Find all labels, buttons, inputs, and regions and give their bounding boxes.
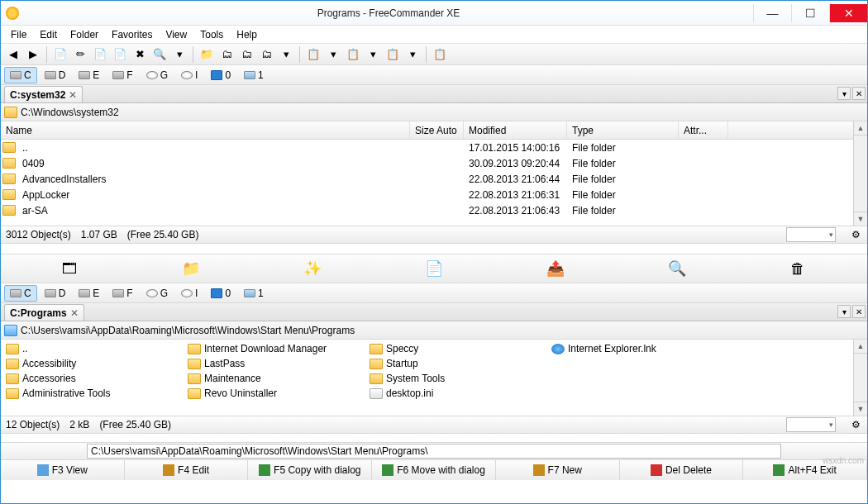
action-button-0[interactable]: 🗔 — [58, 257, 81, 280]
drive-C[interactable]: C — [4, 285, 37, 302]
table-row[interactable]: AppLocker22.08.2013 21:06:31File folder — [1, 187, 853, 202]
drive-D[interactable]: D — [39, 67, 72, 83]
tab-close-icon[interactable]: ✕ — [70, 307, 79, 319]
tab-close-all-button[interactable]: ✕ — [852, 305, 866, 318]
toolbar-button-13[interactable]: 🗂 — [237, 45, 255, 64]
list-item[interactable]: Internet Explorer.lnk — [551, 341, 733, 356]
file-list-top[interactable]: ..17.01.2015 14:00:16File folder040930.0… — [1, 140, 853, 222]
list-item[interactable]: Internet Download Manager — [188, 341, 370, 356]
list-item[interactable]: desktop.ini — [370, 386, 551, 401]
list-item[interactable]: Startup — [370, 356, 551, 371]
toolbar-button-22[interactable]: ▾ — [403, 45, 422, 64]
action-button-6[interactable]: 🗑 — [786, 257, 809, 280]
fkey-f7[interactable]: F7 New — [496, 460, 620, 480]
action-button-2[interactable]: ✨ — [301, 257, 324, 280]
toolbar-button-7[interactable]: ✖ — [131, 45, 149, 64]
list-item[interactable]: Administrative Tools — [6, 386, 188, 401]
scroll-up-icon[interactable]: ▲ — [854, 340, 867, 354]
close-button[interactable] — [829, 4, 867, 22]
toolbar-button-11[interactable]: 📁 — [198, 45, 216, 64]
menu-view[interactable]: View — [159, 27, 193, 42]
address-input[interactable] — [87, 444, 781, 459]
path-bar-bottom[interactable]: C:\Users\vamsi\AppData\Roaming\Microsoft… — [1, 321, 867, 340]
toolbar-button-20[interactable]: ▾ — [364, 45, 382, 64]
toolbar-button-19[interactable]: 📋 — [344, 45, 362, 64]
scroll-down-icon[interactable]: ▼ — [854, 212, 867, 226]
toolbar-button-4[interactable]: ✏ — [71, 45, 89, 64]
table-row[interactable]: AdvancedInstallers22.08.2013 21:06:44Fil… — [1, 171, 853, 187]
toolbar-button-18[interactable]: ▾ — [324, 45, 342, 64]
drive-F[interactable]: F — [107, 67, 138, 83]
column-name[interactable]: Name — [1, 121, 410, 139]
toolbar-button-15[interactable]: ▾ — [277, 45, 295, 64]
toolbar-button-3[interactable]: 📄 — [51, 45, 69, 64]
column-attr-[interactable]: Attr... — [679, 121, 728, 139]
drive-1[interactable]: 1 — [238, 67, 269, 83]
path-bar-top[interactable]: C:\Windows\system32 — [1, 103, 867, 121]
list-item[interactable]: Revo Uninstaller — [188, 386, 370, 401]
scroll-up-icon[interactable]: ▲ — [854, 121, 867, 136]
column-modified[interactable]: Modified — [464, 121, 567, 139]
fkey-f6[interactable]: F6 Move with dialog — [372, 460, 496, 480]
column-size-auto[interactable]: Size Auto — [410, 121, 464, 139]
settings-icon[interactable]: ⚙ — [849, 228, 862, 241]
toolbar-button-24[interactable]: 📋 — [431, 45, 449, 64]
scroll-down-icon[interactable]: ▼ — [854, 402, 867, 416]
scrollbar-top[interactable]: ▲ ▼ — [853, 121, 867, 226]
list-item[interactable]: Accessibility — [6, 356, 188, 371]
action-button-1[interactable]: 📁 — [179, 257, 203, 280]
action-button-3[interactable]: 📄 — [422, 257, 446, 280]
tab-close-all-button[interactable]: ✕ — [852, 87, 866, 100]
table-row[interactable]: 040930.09.2013 09:20:44File folder — [1, 155, 853, 171]
list-item[interactable]: Maintenance — [188, 371, 370, 386]
toolbar-button-0[interactable]: ◀ — [4, 45, 22, 64]
menu-folder[interactable]: Folder — [64, 27, 105, 42]
toolbar-button-21[interactable]: 📋 — [384, 45, 402, 64]
action-button-5[interactable]: 🔍 — [665, 257, 689, 280]
list-item[interactable]: .. — [6, 341, 188, 356]
fkey-f5[interactable]: F5 Copy with dialog — [248, 460, 372, 480]
scrollbar-bottom[interactable]: ▲ ▼ — [853, 340, 867, 416]
list-item[interactable]: System Tools — [370, 371, 551, 386]
toolbar-button-17[interactable]: 📋 — [304, 45, 322, 64]
tab-close-icon[interactable]: ✕ — [69, 89, 77, 101]
table-row[interactable]: ..17.01.2015 14:00:16File folder — [1, 140, 853, 155]
list-item[interactable]: Accessories — [6, 371, 188, 386]
file-list-bottom[interactable]: ..AccessibilityAccessoriesAdministrative… — [1, 340, 853, 416]
drive-C[interactable]: C — [4, 67, 37, 83]
menu-favorites[interactable]: Favorites — [105, 27, 159, 42]
minimize-button[interactable] — [753, 4, 791, 22]
drive-D[interactable]: D — [39, 285, 72, 302]
fkey-f4[interactable]: F4 Edit — [125, 460, 249, 480]
tab-dropdown-button[interactable]: ▾ — [837, 305, 851, 318]
toolbar-button-9[interactable]: ▾ — [170, 45, 188, 64]
settings-icon[interactable]: ⚙ — [849, 418, 862, 431]
drive-E[interactable]: E — [73, 285, 105, 302]
drive-I[interactable]: I — [175, 67, 203, 83]
action-button-4[interactable]: 📤 — [544, 257, 567, 280]
drive-G[interactable]: G — [141, 67, 174, 83]
menu-help[interactable]: Help — [230, 27, 264, 42]
drive-1[interactable]: 1 — [238, 285, 269, 302]
column-type[interactable]: Type — [567, 121, 679, 139]
toolbar-button-8[interactable]: 🔍 — [150, 45, 169, 64]
status-combo[interactable] — [786, 417, 836, 432]
toolbar-button-6[interactable]: 📄 — [111, 45, 129, 64]
drive-0[interactable]: 0 — [205, 67, 236, 83]
toolbar-button-12[interactable]: 🗂 — [217, 45, 236, 64]
drive-F[interactable]: F — [107, 285, 138, 302]
tab-dropdown-button[interactable]: ▾ — [837, 87, 851, 100]
maximize-button[interactable] — [791, 4, 829, 22]
toolbar-button-1[interactable]: ▶ — [24, 45, 42, 64]
toolbar-button-5[interactable]: 📄 — [91, 45, 109, 64]
menu-tools[interactable]: Tools — [193, 27, 230, 42]
drive-E[interactable]: E — [73, 67, 105, 83]
table-row[interactable]: ar-SA22.08.2013 21:06:43File folder — [1, 202, 853, 218]
list-item[interactable]: LastPass — [188, 356, 370, 371]
toolbar-button-14[interactable]: 🗂 — [257, 45, 275, 64]
tab-top[interactable]: C:system32 ✕ — [4, 86, 83, 102]
drive-G[interactable]: G — [141, 285, 174, 302]
drive-0[interactable]: 0 — [205, 285, 236, 302]
fkey-del[interactable]: Del Delete — [620, 460, 744, 480]
fkey-f3[interactable]: F3 View — [1, 460, 125, 480]
